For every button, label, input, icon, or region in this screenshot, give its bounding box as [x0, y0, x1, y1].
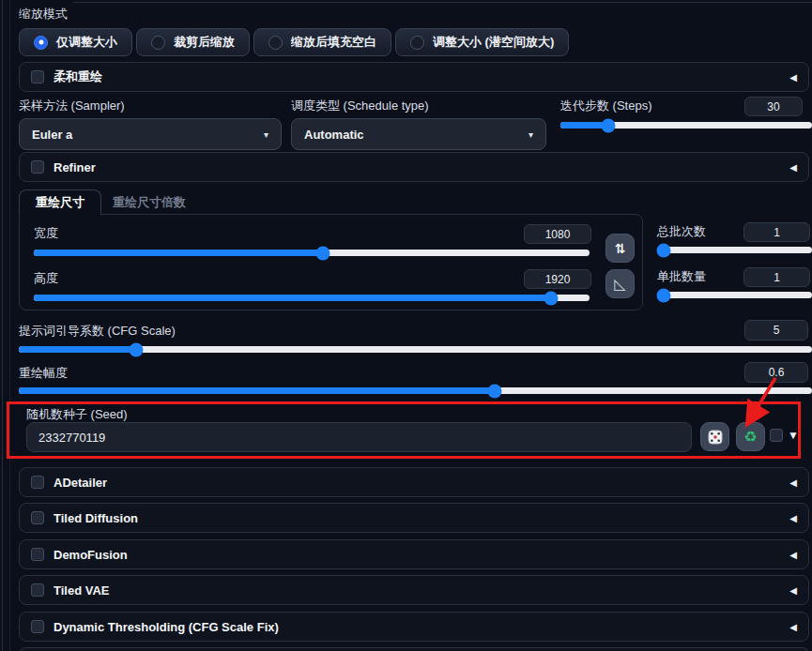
- denoise-slider[interactable]: [19, 387, 812, 394]
- radio-crop-and-resize[interactable]: 裁剪后缩放: [136, 28, 250, 56]
- radio-resize-and-fill[interactable]: 缩放后填充空白: [253, 28, 391, 56]
- batch-size-slider[interactable]: [657, 292, 812, 298]
- soft-inpaint-title: 柔和重绘: [54, 68, 102, 85]
- slider-track[interactable]: [657, 247, 812, 253]
- slider-knob[interactable]: [488, 384, 502, 398]
- schedule-value: Automatic: [304, 128, 364, 142]
- partial-accordion[interactable]: [19, 647, 809, 651]
- tab-resize-to[interactable]: 重绘尺寸: [19, 189, 101, 215]
- sampler-label: 采样方法 (Sampler): [19, 98, 125, 114]
- cfg-label: 提示词引导系数 (CFG Scale): [19, 323, 176, 340]
- slider-knob[interactable]: [656, 243, 670, 257]
- refiner-title: Refiner: [54, 160, 96, 174]
- dynamic-thresholding-checkbox[interactable]: [31, 620, 44, 633]
- slider-knob[interactable]: [601, 118, 615, 132]
- tab-resize-by[interactable]: 重绘尺寸倍数: [113, 189, 186, 215]
- radio-selected-icon[interactable]: [34, 36, 48, 50]
- batch-size-label: 单批数量: [657, 268, 706, 285]
- steps-slider[interactable]: [560, 122, 812, 129]
- accordion-tiled-vae[interactable]: Tiled VAE ◀: [19, 575, 809, 605]
- accordion-title: Tiled VAE: [54, 583, 109, 598]
- slider-knob[interactable]: [315, 246, 329, 260]
- slider-knob[interactable]: [656, 288, 670, 302]
- accordion-title: DemoFusion: [54, 548, 128, 562]
- batch-count-input[interactable]: 1: [743, 222, 810, 242]
- adetailer-checkbox[interactable]: [31, 476, 44, 489]
- collapse-left-icon[interactable]: ◀: [789, 550, 797, 560]
- width-label: 宽度: [34, 225, 58, 242]
- chevron-down-icon[interactable]: ▾: [264, 129, 268, 140]
- steps-label: 迭代步数 (Steps): [560, 98, 652, 114]
- accordion-title: Tiled Diffusion: [54, 511, 138, 525]
- batch-count-label: 总批次数: [657, 223, 706, 240]
- accordion-title: ADetailer: [54, 476, 107, 490]
- seed-highlight-rectangle: [7, 401, 801, 459]
- scale-mode-radio-group: 仅调整大小 裁剪后缩放 缩放后填充空白 调整大小 (潜空间放大): [19, 28, 569, 56]
- inner-panel-border: [9, 0, 10, 651]
- collapse-left-icon[interactable]: ◀: [789, 513, 797, 523]
- accordion-adetailer[interactable]: ADetailer ◀: [19, 467, 809, 497]
- swap-dimensions-button[interactable]: ⇅: [605, 234, 635, 263]
- sampler-dropdown[interactable]: Euler a ▾: [19, 118, 282, 150]
- radio-icon[interactable]: [410, 36, 424, 50]
- accordion-tiled-diffusion[interactable]: Tiled Diffusion ◀: [19, 503, 809, 533]
- radio-resize-latent-upscale[interactable]: 调整大小 (潜空间放大): [395, 28, 569, 56]
- tiled-diffusion-checkbox[interactable]: [31, 511, 44, 524]
- width-slider[interactable]: [34, 250, 590, 256]
- height-slider[interactable]: [34, 295, 590, 301]
- dimensions-from-image-button[interactable]: ◺: [605, 269, 635, 298]
- height-input[interactable]: 1920: [524, 269, 591, 289]
- collapse-left-icon[interactable]: ◀: [789, 72, 797, 83]
- cfg-slider[interactable]: [19, 346, 812, 353]
- outer-panel-border: [2, 0, 3, 651]
- slider-fill: [34, 295, 551, 301]
- radio-label: 调整大小 (潜空间放大): [433, 34, 554, 51]
- slider-fill: [19, 387, 495, 394]
- collapse-left-icon[interactable]: ◀: [789, 162, 797, 173]
- slider-fill: [19, 346, 136, 353]
- batch-count-slider[interactable]: [657, 247, 812, 253]
- radio-icon[interactable]: [151, 36, 165, 50]
- height-label: 高度: [34, 270, 58, 287]
- radio-label: 仅调整大小: [56, 34, 117, 51]
- accordion-title: Dynamic Thresholding (CFG Scale Fix): [54, 620, 279, 634]
- accordion-dynamic-thresholding[interactable]: Dynamic Thresholding (CFG Scale Fix) ◀: [19, 612, 809, 642]
- sampler-value: Euler a: [32, 128, 72, 142]
- red-annotation-arrow: [738, 373, 783, 428]
- radio-label: 缩放后填充空白: [291, 34, 376, 51]
- batch-size-input[interactable]: 1: [743, 267, 810, 287]
- set-square-icon: ◺: [614, 275, 625, 293]
- slider-knob[interactable]: [130, 342, 144, 356]
- radio-label: 裁剪后缩放: [174, 34, 235, 51]
- radio-icon[interactable]: [268, 36, 283, 50]
- demofusion-checkbox[interactable]: [31, 548, 44, 561]
- collapse-left-icon[interactable]: ◀: [789, 622, 797, 632]
- soft-inpaint-accordion[interactable]: 柔和重绘 ◀: [19, 62, 809, 92]
- soft-inpaint-checkbox[interactable]: [31, 70, 44, 83]
- swap-icon: ⇅: [615, 241, 626, 256]
- slider-knob[interactable]: [544, 291, 558, 305]
- width-input[interactable]: 1080: [524, 224, 591, 244]
- slider-track[interactable]: [657, 292, 812, 298]
- slider-fill: [34, 250, 323, 256]
- tiled-vae-checkbox[interactable]: [31, 583, 44, 597]
- refiner-checkbox[interactable]: [31, 160, 44, 174]
- collapse-left-icon[interactable]: ◀: [789, 585, 797, 596]
- scale-mode-label: 缩放模式: [19, 6, 68, 23]
- cfg-input[interactable]: 5: [744, 320, 808, 341]
- radio-resize-only[interactable]: 仅调整大小: [19, 28, 132, 56]
- chevron-down-icon[interactable]: ▾: [529, 129, 533, 140]
- schedule-dropdown[interactable]: Automatic ▾: [291, 118, 546, 150]
- top-divider: [73, 2, 812, 3]
- collapse-left-icon[interactable]: ◀: [789, 477, 797, 488]
- refiner-accordion[interactable]: Refiner ◀: [19, 152, 809, 182]
- steps-input[interactable]: 30: [744, 97, 803, 116]
- schedule-label: 调度类型 (Schedule type): [291, 98, 429, 114]
- accordion-demofusion[interactable]: DemoFusion ◀: [19, 539, 809, 569]
- denoise-label: 重绘幅度: [19, 365, 68, 382]
